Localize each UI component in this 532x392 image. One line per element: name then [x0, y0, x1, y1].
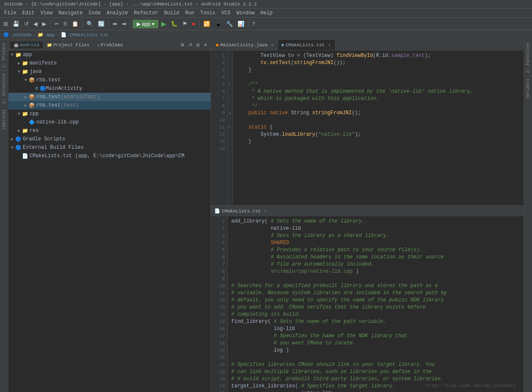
toolbar-sep-2 [82, 20, 83, 28]
menu-item-code[interactable]: Code [86, 9, 103, 17]
tree-label-java: java [30, 69, 42, 75]
run-config-btn[interactable]: ▶ app ▾ [133, 20, 158, 28]
toolbar-sep-6 [248, 20, 248, 28]
toolbar-btn-3[interactable]: ↺ [22, 20, 30, 28]
tree-item-res[interactable]: ▶ 📁 res [8, 126, 211, 135]
tree-label-androidtest-suffix: (androidTest) [61, 94, 100, 100]
menu-item-edit[interactable]: Edit [20, 9, 37, 17]
tab-problems[interactable]: ⚠Problems [94, 42, 127, 48]
menu-item-navigate[interactable]: Navigate [56, 9, 85, 17]
fold-marker-2[interactable]: ▽ [228, 124, 232, 131]
project-panel: 🤖Android 📁Project Files ⚠Problems ⚙ ↺ ⊟ … [8, 40, 211, 392]
pkg3-icon: 📦 [29, 102, 35, 109]
tab-mainactivity[interactable]: MainActivity.java ✕ [213, 40, 278, 50]
tree-arrow: ▼ [17, 70, 21, 74]
menu-item-run[interactable]: Run [183, 9, 197, 17]
manifests-icon: 📁 [22, 60, 28, 67]
vtab-structure[interactable]: 2: Structure [1, 70, 7, 106]
menu-item-view[interactable]: View [38, 9, 55, 17]
project-close-btn[interactable]: ✕ [202, 42, 209, 48]
breadcrumb: 🔵 JniCode › 📁 app › 📄 CMakeLists.txt [0, 30, 532, 40]
toolbar-btn-cut[interactable]: ✂ [53, 20, 61, 28]
toolbar-btn-5[interactable]: ▶ [41, 20, 48, 28]
tree-item-external-build[interactable]: ▼ 🔵 External Build Files [8, 143, 211, 152]
tab-close-cmakelists[interactable]: ✕ [328, 43, 331, 48]
avd-btn[interactable]: 📱 [213, 20, 223, 28]
menu-item-refactor[interactable]: Refactor [131, 9, 161, 17]
toolbar-btn-copy[interactable]: ⎘ [62, 20, 69, 28]
tab-android[interactable]: 🤖Android [10, 42, 43, 48]
tree-label-rhb-test: rhb.test [36, 77, 61, 83]
vtab-project[interactable]: 1: Project [1, 40, 7, 70]
vtab-captures[interactable]: Captures [1, 106, 7, 132]
debug-btn[interactable]: 🐛 [169, 20, 179, 28]
menu-item-vcs[interactable]: VCS [219, 9, 233, 17]
res-icon: 📁 [22, 128, 28, 134]
tab-cmakelists[interactable]: CMakeLists.txt ✕ [278, 40, 335, 50]
bottom-file-icon: 📄 [214, 208, 220, 214]
breadcrumb-item-1[interactable]: 🔵 JniCode [3, 32, 32, 38]
help-btn[interactable]: ? [251, 20, 257, 28]
toolbar-sep-4 [130, 20, 131, 28]
breadcrumb-item-2[interactable]: 📁 app [38, 32, 54, 38]
folder-icon: 📁 [47, 43, 52, 48]
menu-item-window[interactable]: Window [234, 9, 257, 17]
project-tabs: 🤖Android 📁Project Files ⚠Problems ⚙ ↺ ⊟ … [8, 40, 211, 51]
stop-btn[interactable]: ■ [190, 20, 197, 28]
fold-marker-1[interactable]: ▽ [228, 81, 232, 88]
vtab-variants[interactable]: Variants [525, 75, 531, 101]
coverage-btn[interactable]: ⚑ [181, 20, 189, 28]
toolbar-btn-4[interactable]: ◀ [32, 20, 39, 28]
menu-item-file[interactable]: File [2, 9, 19, 17]
tree-label-native-lib: native-lib.cpp [36, 119, 79, 125]
tree-item-mainactivity[interactable]: C 🔵 MainActivity [8, 84, 211, 93]
toolbar-btn-1[interactable]: ⊞ [2, 20, 10, 28]
toolbar-btn-2[interactable]: 💾 [11, 20, 21, 28]
bottom-file-tab: 📄 CMakeLists.txt ✕ [211, 206, 524, 216]
tree-item-rhb-test[interactable]: ▼ 📦 rhb.test [8, 76, 211, 84]
breadcrumb-item-3[interactable]: 📄 CMakeLists.txt [61, 32, 108, 38]
tree-arrow: ▶ [17, 128, 21, 133]
vtab-favorites[interactable]: 2: Favorites [525, 40, 531, 75]
cpp-file-icon: 🔷 [29, 119, 35, 126]
gradle-sync-btn[interactable]: 🔁 [202, 20, 212, 28]
tree-item-androidtest[interactable]: ▶ 📦 rhb.test (androidTest) [8, 93, 211, 101]
editor-tabs: MainActivity.java ✕ CMakeLists.txt ✕ [211, 40, 524, 51]
menu-item-analyze[interactable]: Analyze [104, 9, 130, 17]
cpp-folder-icon: 📁 [22, 111, 28, 117]
bottom-tab-close[interactable]: ✕ [264, 209, 267, 214]
toolbar-sep-5 [199, 20, 200, 28]
project-sync-btn[interactable]: ↺ [187, 42, 194, 48]
tree-label-gradle: Gradle Scripts [23, 136, 65, 142]
run-btn[interactable]: ▶ [159, 19, 168, 29]
code-area-top[interactable]: 1234567891011121314 ▽ ◈ ▽ [211, 51, 524, 205]
sdk-btn[interactable]: 🔧 [224, 20, 235, 28]
tab-label-cmakelists: CMakeLists.txt [286, 43, 324, 48]
tab-project-files[interactable]: 📁Project Files [43, 42, 93, 48]
toolbar-btn-search[interactable]: 🔍 [85, 20, 95, 28]
toolbar-btn-6[interactable]: ⬅ [111, 20, 119, 28]
code-area-bottom[interactable]: 1234567891011121314151617181920212223242… [211, 216, 524, 392]
tree-item-test[interactable]: ▶ 📦 rhb.test (test) [8, 101, 211, 110]
tree-item-manifests[interactable]: ▶ 📁 manifests [8, 59, 211, 67]
tab-close-mainactivity[interactable]: ✕ [271, 43, 273, 48]
profile-btn[interactable]: 📊 [236, 20, 246, 28]
tree-item-java[interactable]: ▼ 📁 java [8, 67, 211, 76]
class-icon: C [35, 86, 38, 91]
project-settings-btn[interactable]: ⚙ [179, 42, 186, 48]
toolbar-btn-7[interactable]: ➡ [120, 20, 128, 28]
tree-item-native-lib[interactable]: 🔷 native-lib.cpp [8, 118, 211, 126]
menu-item-tools[interactable]: Tools [198, 9, 218, 17]
tree-item-cpp[interactable]: ▼ 📁 cpp [8, 110, 211, 118]
menu-item-help[interactable]: Help [258, 9, 275, 17]
tree-item-gradle[interactable]: ▶ 🔵 Gradle Scripts [8, 135, 211, 143]
tree-item-cmakelists[interactable]: 📄 CMakeLists.txt (app, E:\code\gitCode\J… [8, 152, 211, 160]
java-icon: 📁 [22, 69, 28, 75]
tree-arrow: ▼ [24, 78, 28, 83]
menu-item-build[interactable]: Build [162, 9, 182, 17]
tree-item-app[interactable]: ▼ 📁 app [8, 51, 211, 59]
toolbar-btn-paste[interactable]: 📋 [70, 20, 80, 28]
tree-label-test: rhb.test [36, 102, 61, 108]
toolbar-btn-replace[interactable]: 🔄 [96, 20, 106, 28]
project-collapse-btn[interactable]: ⊟ [194, 42, 201, 48]
